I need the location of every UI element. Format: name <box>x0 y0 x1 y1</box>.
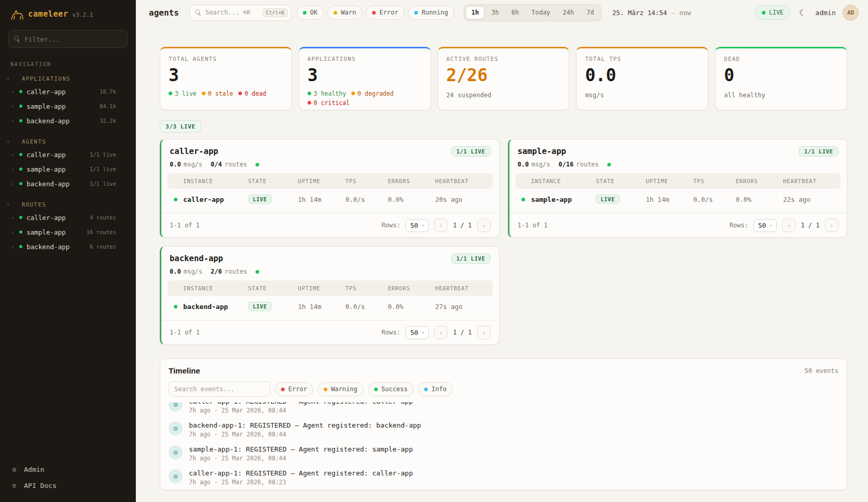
stat-card-dead: DEAD 0 all healthy <box>715 47 847 110</box>
filter-chip-running[interactable]: Running <box>408 6 454 20</box>
global-search-input[interactable] <box>206 9 259 16</box>
event-filter-warning[interactable]: Warning <box>317 382 364 396</box>
health-dot <box>256 163 259 166</box>
filter-chip-warn[interactable]: Warn <box>327 6 362 20</box>
event-timestamp: 7h ago · 25 Mar 2026, 08:23 <box>189 479 413 486</box>
app-card-backend: backend-app 1/1 LIVE 0.0msg/s 2/6routes … <box>160 246 500 345</box>
admin-label: Admin <box>24 466 44 473</box>
range-6h[interactable]: 6h <box>506 6 525 19</box>
sidebar-item-app-sample[interactable]: › sample-app 84.1k <box>0 99 136 113</box>
sidebar-filter-input[interactable] <box>24 35 122 43</box>
event-gear-icon: ⚙ <box>169 402 183 411</box>
status-dot <box>19 182 22 185</box>
rows-label: Rows: <box>730 222 748 229</box>
sidebar-item-agent-sample[interactable]: › sample-app 1/1 live <box>0 162 136 176</box>
warn-dot <box>334 11 337 15</box>
legend-dot <box>351 92 355 95</box>
range-24h[interactable]: 24h <box>557 6 580 19</box>
sidebar-api-docs[interactable]: ≡ API Docs <box>0 478 136 494</box>
table-footer: 1-1 of 1 Rows: 50 ▾ ‹ 1 / 1 › <box>509 213 847 237</box>
app-card-stats: 0.0msg/s 2/6routes <box>161 268 499 280</box>
caret-down-icon: ▾ <box>422 330 425 335</box>
event-item[interactable]: ⚙ caller-app-1: REGISTERED — Agent regis… <box>169 402 838 418</box>
stat-subtext: all healthy <box>724 92 838 99</box>
prev-page-button[interactable]: ‹ <box>434 326 448 339</box>
range-today[interactable]: Today <box>526 6 556 19</box>
instances-table: INSTANCE STATE UPTIME TPS ERRORS HEARTBE… <box>168 173 493 210</box>
sidebar-item-routes-backend[interactable]: › backend-app 6 routes <box>0 239 136 254</box>
chevron-right-icon: › <box>11 103 15 110</box>
live-toggle[interactable]: LIVE <box>755 6 790 20</box>
item-badge: 32.2k <box>99 118 116 124</box>
error-dot <box>281 388 285 391</box>
legend-dot <box>308 92 311 95</box>
sidebar-item-agent-caller[interactable]: › caller-app 1/1 live <box>0 147 136 162</box>
row-status-dot <box>174 305 177 308</box>
next-page-button[interactable]: › <box>477 326 491 339</box>
section-label: ROUTES <box>22 201 46 208</box>
error-dot <box>372 11 376 15</box>
warning-dot <box>324 388 327 391</box>
event-timestamp: 7h ago · 25 Mar 2026, 08:44 <box>189 407 413 414</box>
chevron-right-icon: › <box>11 88 15 95</box>
table-row[interactable]: sample-app LIVE 1h 14m 0.0/s 0.0% 22s ag… <box>516 189 841 210</box>
sidebar-admin[interactable]: ⚙ Admin <box>0 461 136 478</box>
table-row[interactable]: caller-app LIVE 1h 14m 0.0/s 0.0% 20s ag… <box>168 189 493 210</box>
sidebar-item-routes-sample[interactable]: › sample-app 16 routes <box>0 225 136 239</box>
sidebar-item-routes-caller[interactable]: › caller-app 4 routes <box>0 210 136 225</box>
stat-value: 0 <box>724 67 838 85</box>
legend-dot <box>169 92 172 95</box>
event-timestamp: 7h ago · 25 Mar 2026, 08:44 <box>189 431 421 438</box>
row-status-dot <box>521 198 525 201</box>
prev-icon: ‹ <box>787 222 791 229</box>
live-badge: 1/1 LIVE <box>799 146 838 157</box>
rows-per-page-select[interactable]: 50 ▾ <box>405 219 429 232</box>
table-row[interactable]: backend-app LIVE 1h 14m 0.0/s 0.0% 27s a… <box>168 296 493 317</box>
next-icon: › <box>482 329 486 337</box>
range-3h[interactable]: 3h <box>486 6 504 19</box>
page-indicator: 1 / 1 <box>453 222 471 229</box>
event-filter-info[interactable]: Info <box>418 382 453 396</box>
sidebar-item-agent-backend[interactable]: › backend-app 1/1 live <box>0 176 136 191</box>
range-1h[interactable]: 1h <box>466 6 484 19</box>
next-page-button[interactable]: › <box>825 218 838 232</box>
window-end: now <box>679 9 691 17</box>
next-page-button[interactable]: › <box>477 218 491 232</box>
events-search <box>169 381 271 397</box>
app-card-caller: caller-app 1/1 LIVE 0.0msg/s 0/4routes I… <box>160 139 500 238</box>
timeline-title: Timeline <box>169 366 200 375</box>
rows-per-page-select[interactable]: 50 ▾ <box>754 219 777 232</box>
sidebar-item-app-backend[interactable]: › backend-app 32.2k <box>0 113 136 128</box>
sidebar-item-app-caller[interactable]: › caller-app 10.7k <box>0 84 136 99</box>
content: TOTAL AGENTS 3 3 live 0 stale 0 dead APP… <box>136 25 868 502</box>
search-icon <box>14 36 20 42</box>
status-dot <box>19 119 22 122</box>
event-item[interactable]: ⚙ caller-app-1: REGISTERED — Agent regis… <box>169 466 838 490</box>
range-7d[interactable]: 7d <box>581 6 599 19</box>
event-item[interactable]: ⚙ backend-app-1: REGISTERED — Agent regi… <box>169 418 838 442</box>
event-filter-error[interactable]: Error <box>275 382 313 396</box>
event-item[interactable]: ⚙ sample-app-1: REGISTERED — Agent regis… <box>169 442 838 466</box>
prev-page-button[interactable]: ‹ <box>782 218 796 232</box>
prev-page-button[interactable]: ‹ <box>434 218 448 232</box>
item-badge: 4 routes <box>90 214 116 221</box>
window-start: 25. März 14:54 <box>612 9 667 17</box>
page-indicator: 1 / 1 <box>453 329 471 336</box>
filter-chip-ok[interactable]: OK <box>297 6 324 20</box>
timeline-events-count: 50 events <box>805 367 838 375</box>
row-range: 1-1 of 1 <box>170 222 200 229</box>
rows-per-page-select[interactable]: 50 ▾ <box>405 326 429 339</box>
event-filter-success[interactable]: Success <box>368 382 414 396</box>
live-badge: 1/1 LIVE <box>451 253 491 264</box>
user-avatar[interactable]: AD <box>843 5 859 21</box>
app-card-stats: 0.0msg/s 0/4routes <box>161 161 499 173</box>
events-search-input[interactable] <box>174 385 265 393</box>
dark-mode-toggle[interactable]: ☾ <box>797 7 809 19</box>
row-range: 1-1 of 1 <box>170 329 200 336</box>
events-scroll-area[interactable]: ⚙ caller-app-1: REGISTERED — Agent regis… <box>169 402 838 490</box>
section-routes[interactable]: ▾ ROUTES <box>0 196 136 210</box>
section-agents[interactable]: ▾ AGENTS <box>0 133 136 147</box>
section-applications[interactable]: ▾ APPLICATIONS <box>0 70 136 84</box>
app-logo: cameleer v3.2.1 <box>0 0 136 26</box>
filter-chip-error[interactable]: Error <box>366 6 404 20</box>
